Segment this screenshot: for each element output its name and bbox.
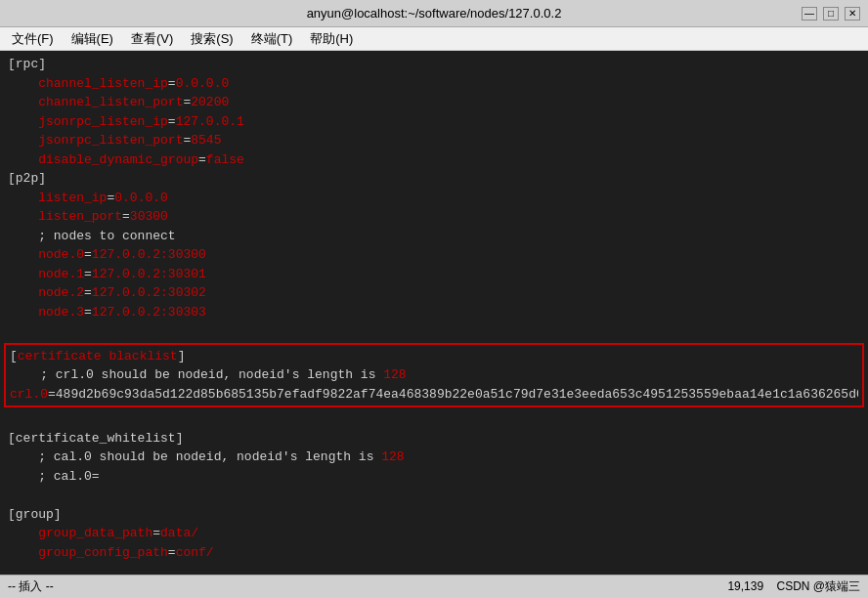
line-blank2 [0,409,868,429]
line-nodes-comment: ; nodes to connect [0,227,868,246]
title-bar-controls[interactable]: — □ ✕ [802,7,860,21]
menu-help[interactable]: 帮助(H) [302,28,361,50]
line-node0: node.0=127.0.0.2:30300 [0,245,868,265]
line-group-data: group_data_path=data/ [0,524,868,543]
menu-file[interactable]: 文件(F) [4,28,62,50]
line-disable-dynamic: disable_dynamic_group=false [0,150,868,170]
cert-blacklist-section: [certificate blacklist] ; crl.0 should b… [4,343,864,408]
line-node1: node.1=127.0.0.2:30301 [0,265,868,284]
menu-terminal[interactable]: 终端(T) [243,28,301,50]
line-jsonrpc-ip: jsonrpc_listen_ip=127.0.0.1 [0,112,868,132]
line-blank3 [0,486,868,505]
close-button[interactable]: ✕ [845,7,860,21]
line-node2: node.2=127.0.0.2:30302 [0,283,868,303]
line-cal-comment2: ; cal.0= [0,467,868,487]
line-listen-port: listen_port=30300 [0,207,868,227]
maximize-button[interactable]: □ [823,7,839,21]
status-bar: -- 插入 -- 19,139 CSDN @猿端三 [0,575,868,598]
minimize-button[interactable]: — [802,7,817,21]
editor-area[interactable]: [rpc] channel_listen_ip=0.0.0.0 channel_… [0,51,868,575]
line-listen-ip: listen_ip=0.0.0.0 [0,189,868,208]
line-p2p: [p2p] [0,169,868,189]
line-node3: node.3=127.0.0.2:30303 [0,303,868,322]
line-cal-comment1: ; cal.0 should be nodeid, nodeid's lengt… [0,448,868,467]
menu-search[interactable]: 搜索(S) [183,28,240,50]
title-bar: anyun@localhost:~/software/nodes/127.0.0… [0,0,868,27]
line-group-config: group_config_path=conf/ [0,543,868,563]
line-blank1 [0,321,868,341]
line-jsonrpc-port: jsonrpc_listen_port=8545 [0,131,868,150]
insert-mode: -- 插入 -- [8,578,54,595]
line-crl-comment: ; crl.0 should be nodeid, nodeid's lengt… [10,365,858,385]
line-crl0: crl.0=489d2b69c93da5d122d85b685135b7efad… [10,385,858,405]
line-channel-ip: channel_listen_ip=0.0.0.0 [0,74,868,94]
line-group: [group] [0,505,868,525]
line-cert-blacklist-header: [certificate blacklist] [10,347,858,366]
position-info: 19,139 CSDN @猿端三 [727,578,860,595]
line-rpc: [rpc] [0,55,868,74]
title-bar-title: anyun@localhost:~/software/nodes/127.0.0… [66,6,802,21]
menu-edit[interactable]: 编辑(E) [64,28,121,50]
line-cert-whitelist: [certificate_whitelist] [0,429,868,448]
line-channel-port: channel_listen_port=20200 [0,93,868,112]
menu-view[interactable]: 查看(V) [123,28,181,50]
menu-bar: 文件(F) 编辑(E) 查看(V) 搜索(S) 终端(T) 帮助(H) [0,27,868,51]
